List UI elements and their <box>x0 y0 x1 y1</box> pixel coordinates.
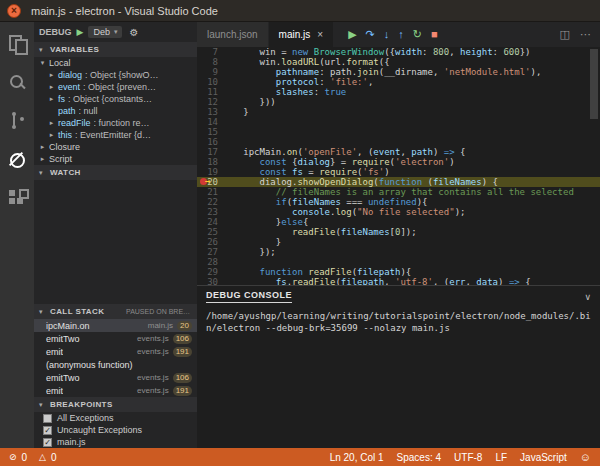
line-number[interactable]: 23 <box>197 207 227 217</box>
call-stack-frame[interactable]: emitTwoevents.js106 <box>34 371 197 384</box>
language-mode[interactable]: JavaScript <box>520 452 567 463</box>
code-line[interactable]: 28 <box>197 257 600 267</box>
line-number[interactable]: 7 <box>197 47 227 57</box>
line-number[interactable]: 28 <box>197 257 227 267</box>
watch-section-header[interactable]: ▾ WATCH <box>34 165 197 180</box>
code-line[interactable]: 17 ipcMain.on('openFile', (event, path) … <box>197 147 600 157</box>
close-tab-icon[interactable]: × <box>317 29 323 40</box>
line-number[interactable]: 9 <box>197 67 227 77</box>
call-stack-frame[interactable]: emitevents.js191 <box>34 345 197 358</box>
activity-bar-item-explorer[interactable] <box>0 30 34 56</box>
code-line[interactable]: 16 <box>197 137 600 147</box>
stop-button[interactable]: ■ <box>431 29 438 40</box>
code-line[interactable]: 15 <box>197 127 600 137</box>
variable-row[interactable]: ▸fs: Object {constants… <box>34 93 197 105</box>
code-line[interactable]: 13 } <box>197 107 600 117</box>
line-number[interactable]: 13 <box>197 107 227 117</box>
step-over-button[interactable]: ↷ <box>366 29 375 40</box>
tab-main-js[interactable]: main.js× <box>269 22 335 47</box>
activity-bar-item-extensions[interactable] <box>0 186 34 212</box>
step-into-button[interactable]: ↓ <box>384 29 390 40</box>
activity-bar-item-source-control[interactable] <box>0 108 34 134</box>
line-number[interactable]: 16 <box>197 137 227 147</box>
breakpoint-item[interactable]: ✓Uncaught Exceptions <box>34 424 197 436</box>
cursor-position[interactable]: Ln 20, Col 1 <box>330 452 384 463</box>
line-number[interactable]: 11 <box>197 87 227 97</box>
call-stack-frame[interactable]: ipcMain.onmain.js20 <box>34 319 197 332</box>
checkbox[interactable]: ✓ <box>43 438 52 447</box>
errors-icon[interactable]: ⊘ <box>9 452 17 462</box>
breakpoint-item[interactable]: All Exceptions <box>34 412 197 424</box>
code-line[interactable]: 8 win.loadURL(url.format({ <box>197 57 600 67</box>
code-line[interactable]: 10 protocol: 'file:', <box>197 77 600 87</box>
line-number[interactable]: 14 <box>197 117 227 127</box>
breakpoint-item[interactable]: ✓main.js <box>34 436 197 448</box>
split-editor-icon[interactable]: ◫ <box>560 28 570 41</box>
warning-count[interactable]: 0 <box>51 452 57 463</box>
start-debug-icon[interactable]: ▶ <box>77 27 84 37</box>
variable-row[interactable]: ▸event: Object {preven… <box>34 81 197 93</box>
variable-row[interactable]: path: null <box>34 105 197 117</box>
debug-console-tab[interactable]: DEBUG CONSOLE <box>206 290 292 303</box>
code-editor[interactable]: 7 win = new BrowserWindow({width: 800, h… <box>197 47 600 285</box>
line-number[interactable]: 21 <box>197 187 227 197</box>
variable-row[interactable]: ▸readFile: function re… <box>34 117 197 129</box>
line-number[interactable]: 10 <box>197 77 227 87</box>
line-number[interactable]: 22 <box>197 197 227 207</box>
line-number[interactable]: 17 <box>197 147 227 157</box>
step-out-button[interactable]: ↑ <box>398 29 404 40</box>
code-line[interactable]: 18 const {dialog} = require('electron') <box>197 157 600 167</box>
variable-row[interactable]: ▸this: EventEmitter {d… <box>34 129 197 141</box>
variable-row[interactable]: ▸dialog: Object {showO… <box>34 69 197 81</box>
tab-launch-json[interactable]: launch.json <box>197 22 269 47</box>
line-number[interactable]: 15 <box>197 127 227 137</box>
code-line[interactable]: 12 })) <box>197 97 600 107</box>
line-number[interactable]: 26 <box>197 237 227 247</box>
call-stack-frame[interactable]: emitevents.js191 <box>34 384 197 397</box>
error-count[interactable]: 0 <box>22 452 28 463</box>
code-line[interactable]: 30 fs.readFile(filepath, 'utf-8', (err, … <box>197 277 600 285</box>
scope-row[interactable]: ▾Local <box>34 57 197 69</box>
line-number[interactable]: 20→ <box>197 177 227 187</box>
line-number[interactable]: 25 <box>197 227 227 237</box>
call-stack-frame[interactable]: (anonymous function) <box>34 358 197 371</box>
line-number[interactable]: 29 <box>197 267 227 277</box>
warnings-icon[interactable]: △ <box>39 452 46 462</box>
eol[interactable]: LF <box>495 452 507 463</box>
line-number[interactable]: 12 <box>197 97 227 107</box>
activity-bar-item-debug[interactable] <box>0 147 34 173</box>
code-line[interactable]: 21 // fileNames is an array that contain… <box>197 187 600 197</box>
restart-button[interactable]: ↻ <box>413 29 422 40</box>
more-actions-icon[interactable]: ⋯ <box>580 28 591 41</box>
line-number[interactable]: 27 <box>197 247 227 257</box>
indentation[interactable]: Spaces: 4 <box>397 452 441 463</box>
code-line[interactable]: 23 console.log("No file selected"); <box>197 207 600 217</box>
feedback-smiley-icon[interactable]: ☺ <box>580 451 591 463</box>
scope-row[interactable]: ▸Closure <box>34 141 197 153</box>
breakpoints-section-header[interactable]: ▾ BREAKPOINTS <box>34 397 197 412</box>
code-line[interactable]: 25 readFile(fileNames[0]); <box>197 227 600 237</box>
line-number[interactable]: 30 <box>197 277 227 285</box>
line-number[interactable]: 24 <box>197 217 227 227</box>
activity-bar-item-search[interactable] <box>0 69 34 95</box>
line-number[interactable]: 19 <box>197 167 227 177</box>
code-line[interactable]: 14 <box>197 117 600 127</box>
call-stack-frame[interactable]: emitTwoevents.js106 <box>34 332 197 345</box>
checkbox[interactable]: ✓ <box>43 426 52 435</box>
checkbox[interactable] <box>43 414 52 423</box>
encoding[interactable]: UTF-8 <box>454 452 482 463</box>
code-line[interactable]: 19 const fs = require('fs') <box>197 167 600 177</box>
variables-section-header[interactable]: ▾ VARIABLES <box>34 42 197 57</box>
code-line[interactable]: 26 } <box>197 237 600 247</box>
scope-row[interactable]: ▸Script <box>34 153 197 165</box>
code-line[interactable]: 22 if(fileNames === undefined){ <box>197 197 600 207</box>
code-line[interactable]: 24 }else{ <box>197 217 600 227</box>
close-button[interactable]: × <box>7 4 21 18</box>
code-line[interactable]: 7 win = new BrowserWindow({width: 800, h… <box>197 47 600 57</box>
debug-config-dropdown[interactable]: Deb ▾ <box>88 26 122 38</box>
code-line[interactable]: 20→ dialog.showOpenDialog(function (file… <box>197 177 600 187</box>
code-line[interactable]: 11 slashes: true <box>197 87 600 97</box>
chevron-down-icon[interactable]: ∨ <box>584 292 591 302</box>
code-line[interactable]: 27 }); <box>197 247 600 257</box>
code-line[interactable]: 29 function readFile(filepath){ <box>197 267 600 277</box>
